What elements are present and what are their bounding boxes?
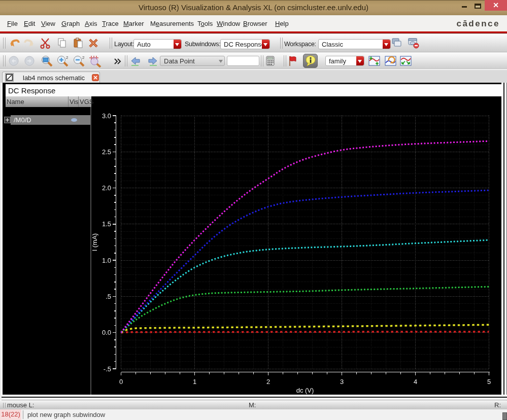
svg-text:1: 1 [193,378,196,386]
svg-text:I (mA): I (mA) [91,233,98,251]
svg-text:5: 5 [487,378,491,386]
svg-text:2: 2 [266,378,270,386]
svg-text:2: 2 [82,55,85,60]
svg-text:2.0: 2.0 [102,184,111,192]
svg-text:0.0: 0.0 [102,329,111,336]
svg-text:.5: .5 [106,293,111,300]
svg-text:3.0: 3.0 [102,112,111,120]
svg-text:0: 0 [119,378,123,386]
svg-text:4: 4 [414,378,417,386]
svg-text:dc (V): dc (V) [296,387,314,394]
svg-text:-.5: -.5 [104,365,111,373]
svg-text:1.0: 1.0 [102,257,111,264]
svg-text:2.5: 2.5 [102,148,111,156]
svg-text:2: 2 [66,55,69,60]
svg-text:1.5: 1.5 [102,220,111,228]
svg-text:3: 3 [340,378,344,386]
